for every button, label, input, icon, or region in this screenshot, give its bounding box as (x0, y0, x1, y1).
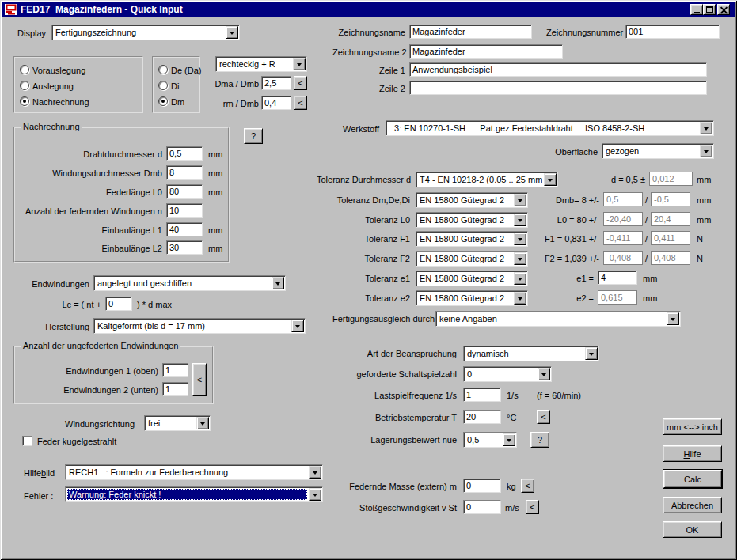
radio-dm[interactable] (158, 96, 168, 106)
schaltspielzahl-select[interactable]: 0 (463, 366, 552, 382)
chevron-down-icon[interactable] (700, 122, 712, 134)
maximize-button[interactable] (703, 4, 716, 15)
minimize-button[interactable] (690, 4, 703, 15)
hilfe-button[interactable]: Hilfe (663, 445, 722, 462)
zeichnungsname-input[interactable] (409, 25, 532, 39)
toleranz-l0-select[interactable]: EN 15800 Gütegrad 2 (416, 212, 528, 228)
endwindungen-copy-button[interactable]: < (192, 363, 207, 396)
radio-nachrechnung-label[interactable]: Nachrechnung (32, 97, 89, 107)
chevron-down-icon[interactable] (538, 368, 550, 380)
titlebar[interactable]: FED17 Magazinfedern - Quick Input (2, 2, 735, 17)
radio-dm-label[interactable]: Dm (171, 97, 184, 107)
lagerungsbeiwert-help-button[interactable]: ? (530, 432, 549, 448)
chevron-down-icon[interactable] (503, 433, 515, 446)
einbaulaenge-l2-input[interactable] (166, 240, 203, 255)
toleranz-e1-select[interactable]: EN 15800 Gütegrad 2 (416, 271, 528, 286)
toleranz-f1-minus (651, 231, 690, 245)
betriebstemperatur-copy-button[interactable]: < (537, 410, 550, 424)
endwindungen1-input[interactable] (162, 363, 188, 377)
toleranz-d-select[interactable]: T4 - EN 10218-2 (0.05 .. 25 mm) (416, 172, 558, 187)
werkstoff-select[interactable]: 3: EN 10270-1-SH Pat.gez.Federstahldraht… (386, 120, 714, 136)
dma-dmb-input[interactable] (261, 76, 291, 90)
beanspruchung-label: Art der Beanspruchung (348, 349, 457, 358)
zeile1-input[interactable] (409, 62, 707, 77)
lc-input[interactable] (105, 297, 132, 311)
chevron-down-icon[interactable] (291, 320, 304, 332)
toleranz-e2-label: Toleranz e2 (317, 293, 410, 303)
zeichnungsname-label: Zeichnungsname (336, 28, 405, 37)
abbrechen-button[interactable]: Abbrechen (663, 497, 722, 513)
federlaenge-input[interactable] (166, 184, 203, 199)
rm-dmb-input[interactable] (261, 96, 291, 110)
lagerungsbeiwert-select[interactable]: 0,5 (463, 432, 517, 448)
lastspielfrequenz-unit: 1/s (507, 391, 519, 400)
ok-button[interactable]: OK (663, 521, 722, 538)
radio-de-da-label[interactable]: De (Da) (171, 66, 202, 75)
toleranz-dm-select[interactable]: EN 15800 Gütegrad 2 (416, 192, 528, 208)
display-select[interactable]: Fertigungszeichnung (51, 25, 240, 40)
drahtdurchmesser-unit: mm (208, 149, 222, 159)
masse-input[interactable] (463, 479, 501, 493)
zeichnungsnummer-input[interactable] (625, 25, 720, 39)
fertigungsausgleich-select[interactable]: keine Angaben (435, 311, 681, 327)
chevron-down-icon[interactable] (293, 58, 306, 70)
kugelgestrahlt-checkbox[interactable] (22, 436, 32, 446)
chevron-down-icon[interactable] (667, 312, 679, 325)
masse-copy-button[interactable]: < (521, 479, 534, 493)
stoss-copy-button[interactable]: < (526, 500, 539, 514)
chevron-down-icon[interactable] (196, 417, 209, 429)
toleranz-f1-select[interactable]: EN 15800 Gütegrad 2 (416, 231, 528, 247)
chevron-down-icon[interactable] (514, 272, 526, 285)
toleranz-e1-value[interactable] (598, 271, 637, 285)
windungen-n-input[interactable] (166, 203, 203, 218)
close-button[interactable] (717, 4, 730, 15)
windungsdurchmesser-input[interactable] (166, 165, 203, 180)
chevron-down-icon[interactable] (544, 173, 557, 186)
calc-button[interactable]: Calc (663, 470, 722, 488)
windungsrichtung-select[interactable]: frei (144, 415, 211, 431)
chevron-down-icon[interactable] (700, 145, 712, 157)
dma-dmb-copy-button[interactable]: < (294, 76, 307, 90)
stoss-input[interactable] (463, 500, 501, 514)
mm-inch-button[interactable]: mm <--> inch (663, 418, 722, 435)
radio-di[interactable] (158, 81, 168, 90)
endwindungen-select[interactable]: angelegt und geschliffen (93, 275, 286, 291)
cross-section-select[interactable]: rechteckig + R (215, 56, 307, 72)
werkstoff-label: Werkstoff (343, 124, 379, 134)
toleranz-f2-label: Toleranz F2 (317, 254, 410, 263)
nachrechnung-help-button[interactable]: ? (244, 128, 263, 144)
endwindungen2-input[interactable] (162, 382, 188, 396)
chevron-down-icon[interactable] (272, 277, 284, 289)
kugelgestrahlt-label[interactable]: Feder kugelgestrahlt (37, 437, 116, 446)
toleranz-e2-select[interactable]: EN 15800 Gütegrad 2 (416, 290, 528, 306)
fehler-select[interactable]: Warnung: Feder knickt ! (65, 486, 323, 502)
chevron-down-icon[interactable] (309, 466, 321, 479)
betriebstemperatur-input[interactable] (463, 410, 501, 424)
radio-vorauslegung-label[interactable]: Vorauslegung (32, 66, 85, 75)
zeile2-label: Zeile 2 (372, 84, 405, 93)
stoss-label: Stoßgeschwindigkeit v St (348, 503, 457, 513)
radio-de-da[interactable] (158, 65, 168, 74)
zeichnungsname2-input[interactable] (409, 44, 563, 59)
chevron-down-icon[interactable] (309, 488, 321, 501)
oberflaeche-select[interactable]: gezogen (602, 143, 714, 159)
drahtdurchmesser-input[interactable] (166, 146, 203, 161)
rm-dmb-copy-button[interactable]: < (294, 96, 307, 110)
toleranz-f2-select[interactable]: EN 15800 Gütegrad 2 (416, 251, 528, 267)
herstellung-select[interactable]: Kaltgeformt (bis d = 17 mm) (93, 318, 306, 334)
lastspielfrequenz-input[interactable] (463, 388, 501, 402)
radio-auslegung-label[interactable]: Auslegung (32, 81, 74, 91)
chevron-down-icon[interactable] (514, 292, 526, 305)
masse-label: Federnde Masse (extern) m (348, 482, 457, 491)
zeile2-input[interactable] (409, 81, 707, 95)
radio-di-label[interactable]: Di (171, 81, 179, 91)
endwindungen1-label: Endwindungen 1 (oben) (20, 366, 158, 376)
beanspruchung-select[interactable]: dynamisch (463, 346, 599, 361)
radio-auslegung[interactable] (20, 81, 29, 90)
radio-vorauslegung[interactable] (20, 65, 29, 74)
chevron-down-icon[interactable] (585, 347, 598, 360)
einbaulaenge-l1-input[interactable] (166, 222, 203, 236)
chevron-down-icon[interactable] (226, 26, 238, 39)
hilfsbild-select[interactable]: RECH1 : Formeln zur Federberechnung (65, 464, 323, 480)
radio-nachrechnung[interactable] (20, 96, 29, 106)
